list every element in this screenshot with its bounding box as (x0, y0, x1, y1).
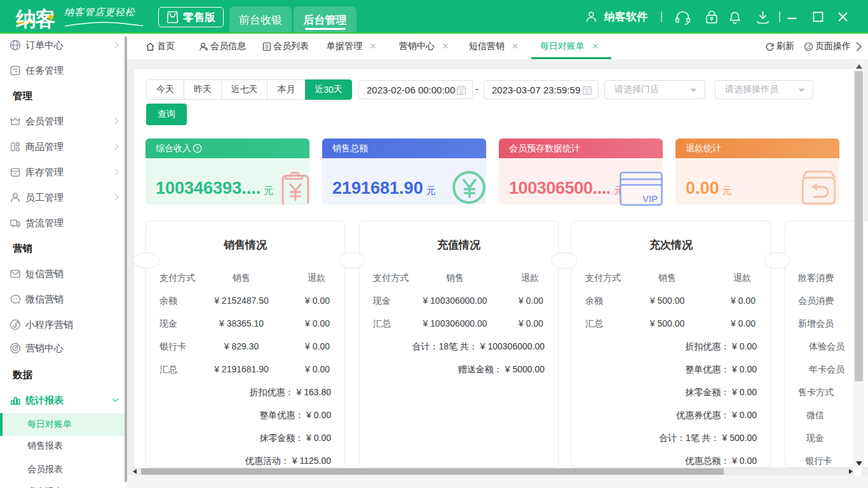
svg-text:VIP: VIP (642, 193, 658, 204)
svg-text:?: ? (196, 146, 199, 152)
